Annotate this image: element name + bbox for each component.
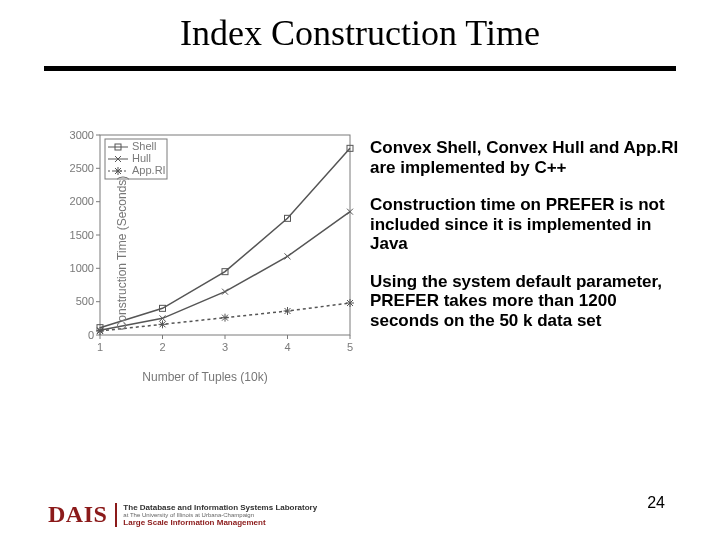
- x-tick-labels: 1 2 3 4 5: [97, 341, 353, 353]
- logo-mark: DAIS: [48, 501, 107, 528]
- legend-item-hull: Hull: [132, 152, 151, 164]
- legend-item-appri: App.RI: [132, 164, 166, 176]
- logo: DAIS The Database and Information System…: [48, 501, 348, 528]
- bullets: Convex Shell, Convex Hull and App.RI are…: [370, 138, 680, 348]
- y-tick-3: 1500: [70, 229, 94, 241]
- x-tick-3: 4: [284, 341, 290, 353]
- logo-text: The Database and Information Systems Lab…: [115, 503, 317, 527]
- x-axis-ticks: [100, 335, 350, 339]
- y-tick-2: 1000: [70, 262, 94, 274]
- chart-ylabel: Construction Time (Seconds): [115, 175, 129, 330]
- y-tick-4: 2000: [70, 195, 94, 207]
- bullet-3: Using the system default parameter, PREF…: [370, 272, 680, 331]
- bullet-2: Construction time on PREFER is not inclu…: [370, 195, 680, 254]
- chart-svg: 0 500 1000 1500 2000 2500 3000 1 2 3 4: [50, 125, 360, 380]
- slide: Index Construction Time Construction Tim…: [0, 0, 720, 540]
- x-tick-4: 5: [347, 341, 353, 353]
- x-tick-1: 2: [159, 341, 165, 353]
- y-tick-0: 0: [88, 329, 94, 341]
- page-number: 24: [647, 494, 665, 512]
- legend: Shell Hull App.RI: [105, 139, 167, 179]
- logo-line2: Large Scale Information Management: [123, 518, 317, 527]
- y-tick-1: 500: [76, 295, 94, 307]
- legend-item-shell: Shell: [132, 140, 156, 152]
- chart-xlabel: Number of Tuples (10k): [50, 370, 360, 384]
- title-underline: [44, 66, 676, 71]
- x-tick-0: 1: [97, 341, 103, 353]
- page-title: Index Construction Time: [0, 12, 720, 54]
- bullet-1: Convex Shell, Convex Hull and App.RI are…: [370, 138, 680, 177]
- y-tick-5: 2500: [70, 162, 94, 174]
- y-tick-labels: 0 500 1000 1500 2000 2500 3000: [70, 129, 94, 341]
- x-tick-2: 3: [222, 341, 228, 353]
- y-axis-ticks: [96, 135, 100, 335]
- chart: Construction Time (Seconds) 0 500 1000 1…: [50, 125, 360, 380]
- y-tick-6: 3000: [70, 129, 94, 141]
- logo-line1: The Database and Information Systems Lab…: [123, 503, 317, 512]
